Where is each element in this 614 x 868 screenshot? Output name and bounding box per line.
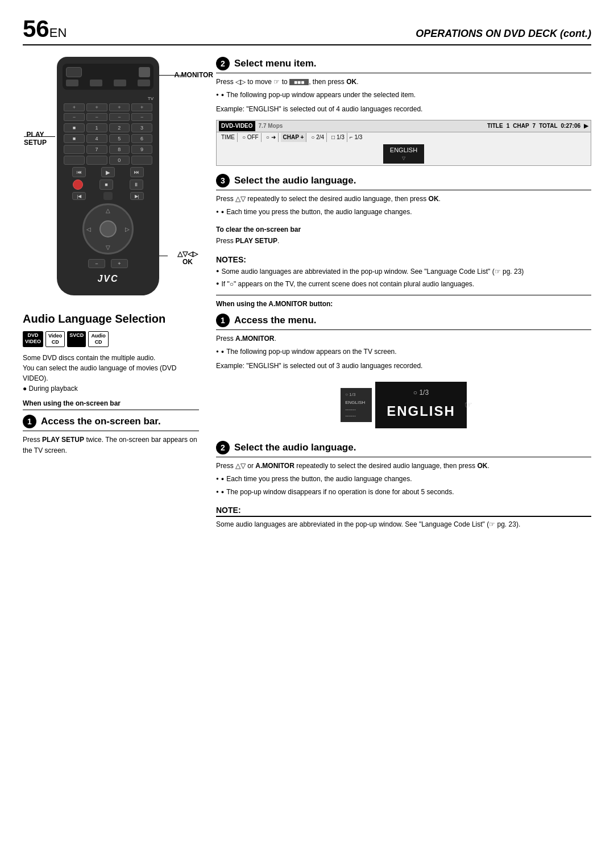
notes-header: NOTES: [216,255,591,264]
step3-content: Press △▽ repeatedly to select the desire… [216,194,591,218]
notes-section: NOTES: ● Some audio languages are abbrev… [216,255,591,289]
onscreen-bar: DVD-VIDEO 7.7 Mops TITLE 1 CHAP 7 TOTAL … [216,120,591,166]
video-cd-badge: VideoCD [45,331,65,347]
step2-content: Press ◁▷ to move ☞ to ■■■, then press OK… [216,77,591,166]
step2-title: Select menu item. [234,58,317,69]
step1-header: 1 Access the on-screen bar. [23,415,199,431]
when-using-amonitor: When using the A.MONITOR button: [216,300,591,308]
remote-body: TV + + + + − − − − [57,57,159,295]
step2-number: 2 [216,57,230,70]
audio-lang-section: Audio Language Selection DVDVIDEO VideoC… [23,312,199,456]
remote-illustration: PLAYSETUP A.MONITOR △▽◁▷ OK [23,57,199,295]
page-number: 56EN [23,17,67,41]
nav-label: △▽◁▷ OK [177,250,198,266]
left-column: PLAYSETUP A.MONITOR △▽◁▷ OK [23,57,199,529]
step3-title: Select the audio language. [234,175,356,186]
step1b-title: Access the menu. [234,315,317,326]
notes-content: ● Some audio languages are abbreviated i… [216,266,591,289]
step1b-content: Press A.MONITOR. ● The following pop-up … [216,333,591,433]
english-popup: ○ 1/3 ENGLISH-------------- ○ 1/3 ENGLIS… [216,377,591,433]
to-clear-content: Press PLAY SETUP. [216,236,591,247]
note-content: Some audio languages are abbreviated in … [216,519,591,529]
dvd-video-badge: DVDVIDEO [23,331,43,347]
step3-number: 3 [216,174,230,187]
section-intro: Some DVD discs contain the multiple audi… [23,353,199,394]
on-screen-bar-heading: When using the on-screen bar [23,399,199,407]
step1-content: Press PLAY SETUP twice. The on-screen ba… [23,435,199,456]
step1-title: Access the on-screen bar. [41,416,161,427]
amonitor-divider [216,295,591,295]
svcd-badge: SVCD [67,331,86,347]
step2b-header: 2 Select the audio language. [216,441,591,457]
section-title: Audio Language Selection [23,312,199,326]
step1-number: 1 [23,415,36,428]
right-column: 2 Select menu item. Press ◁▷ to move ☞ t… [216,57,591,529]
audio-cd-badge: AudioCD [88,331,109,347]
step1b-number: 1 [216,314,230,327]
note-header: NOTE: [216,506,591,517]
format-badges: DVDVIDEO VideoCD SVCD AudioCD [23,331,199,347]
step1b-header: 1 Access the menu. [216,314,591,330]
to-clear-header: To clear the on-screen bar [216,226,591,233]
step3-header: 3 Select the audio language. [216,174,591,190]
page-title: OPERATIONS ON DVD DECK (cont.) [416,28,591,40]
jvc-logo: JVC [63,274,154,284]
play-setup-label: PLAYSETUP [24,131,47,147]
step2b-content: Press △▽ or A.MONITOR repeatedly to sele… [216,461,591,498]
step2b-number: 2 [216,441,230,454]
note-section: NOTE: Some audio languages are abbreviat… [216,506,591,529]
step2b-title: Select the audio language. [234,442,356,453]
page-header: 56EN OPERATIONS ON DVD DECK (cont.) [23,17,591,45]
step2-header: 2 Select menu item. [216,57,591,73]
